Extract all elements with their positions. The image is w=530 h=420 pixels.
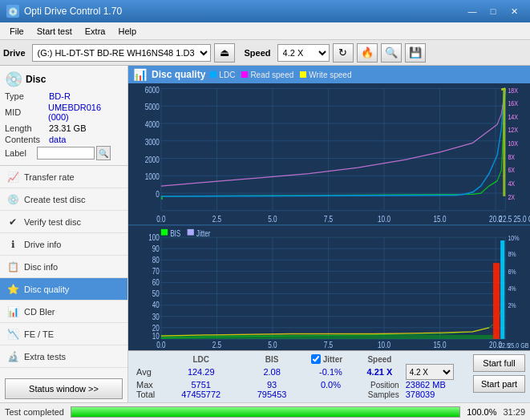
svg-rect-47	[188, 229, 194, 236]
label-button[interactable]: 🔍	[96, 146, 111, 160]
svg-text:10.0: 10.0	[378, 341, 390, 350]
close-button[interactable]: ✕	[504, 4, 524, 18]
svg-text:2X: 2X	[508, 193, 515, 201]
disc-header-text: Disc	[26, 74, 46, 85]
speed-select[interactable]: 4.2 X	[277, 44, 330, 62]
svg-text:22.5: 22.5	[499, 215, 512, 224]
status-text: Test completed	[5, 407, 64, 417]
svg-rect-83	[493, 263, 500, 339]
chart-header: 📊 Disc quality LDC Read speed Write spee…	[128, 66, 530, 83]
menu-bar: File Start test Extra Help	[0, 22, 530, 40]
create-disc-icon: 💿	[6, 193, 19, 206]
sidebar-nav: 📈 Transfer rate 💿 Create test disc ✔ Ver…	[0, 166, 127, 375]
nav-fe-te[interactable]: 📉 FE / TE	[0, 323, 127, 345]
jitter-header-cell: Jitter	[305, 354, 358, 364]
nav-cd-bler[interactable]: 📊 CD Bler	[0, 301, 127, 323]
svg-text:5000: 5000	[145, 103, 160, 111]
svg-rect-33	[161, 197, 163, 200]
save-button[interactable]: 💾	[405, 43, 426, 63]
nav-transfer-rate[interactable]: 📈 Transfer rate	[0, 166, 127, 188]
jitter-checkbox[interactable]	[311, 354, 321, 364]
disc-mid: UMEBDR016 (000)	[48, 103, 123, 122]
write-speed-legend-dot	[300, 71, 306, 78]
scan-button[interactable]: 🔍	[381, 43, 402, 63]
drive-select[interactable]: (G:) HL-DT-ST BD-RE WH16NS48 1.D3	[32, 44, 211, 62]
jitter-label: Jitter	[323, 355, 342, 364]
total-ldc: 47455772	[163, 390, 240, 399]
nav-disc-info-label: Disc info	[24, 262, 58, 272]
svg-text:14X: 14X	[508, 113, 518, 121]
chart-title: Disc quality	[152, 69, 205, 80]
svg-text:40: 40	[152, 301, 160, 310]
nav-cd-bler-label: CD Bler	[24, 307, 55, 317]
progress-bar	[71, 406, 460, 418]
svg-text:6%: 6%	[508, 268, 516, 276]
svg-text:25.0 GB: 25.0 GB	[514, 215, 530, 224]
content-area: 📊 Disc quality LDC Read speed Write spee…	[128, 66, 530, 402]
menu-start-test[interactable]: Start test	[30, 25, 79, 38]
mid-label: MID	[5, 107, 48, 117]
svg-text:25.0 GB: 25.0 GB	[508, 342, 528, 350]
svg-text:2000: 2000	[145, 155, 160, 164]
svg-text:6000: 6000	[145, 86, 160, 95]
avg-row-label: Avg	[133, 364, 163, 380]
window-controls: — □ ✕	[463, 4, 524, 18]
menu-extra[interactable]: Extra	[79, 25, 112, 38]
svg-text:2.5: 2.5	[212, 215, 221, 224]
nav-drive-info[interactable]: ℹ Drive info	[0, 233, 127, 256]
minimize-button[interactable]: —	[463, 4, 482, 18]
progress-percent: 100.0%	[467, 407, 496, 417]
menu-help[interactable]: Help	[111, 25, 143, 38]
burn-button[interactable]: 🔥	[357, 43, 378, 63]
read-speed-legend-dot	[241, 71, 248, 78]
ldc-legend-dot	[210, 71, 216, 78]
start-part-button[interactable]: Start part	[473, 375, 525, 393]
nav-extra-tests[interactable]: 🔬 Extra tests	[0, 345, 127, 368]
fe-te-icon: 📉	[6, 328, 19, 341]
svg-text:10%: 10%	[508, 234, 519, 242]
svg-text:4X: 4X	[508, 180, 515, 188]
menu-file[interactable]: File	[3, 25, 30, 38]
svg-text:50: 50	[152, 290, 160, 299]
total-bis: 795453	[240, 390, 305, 399]
nav-disc-quality[interactable]: ⭐ Disc quality	[0, 278, 127, 301]
stats-section: LDC BIS Jitter Speed	[128, 350, 530, 402]
drive-toolbar: Drive (G:) HL-DT-ST BD-RE WH16NS48 1.D3 …	[0, 40, 530, 66]
nav-fe-te-label: FE / TE	[24, 329, 54, 339]
speed-dropdown[interactable]: 4.2 X	[406, 364, 454, 380]
disc-length: 23.31 GB	[49, 123, 86, 133]
svg-text:60: 60	[152, 278, 160, 287]
nav-verify-test-disc[interactable]: ✔ Verify test disc	[0, 211, 127, 233]
nav-create-test-disc[interactable]: 💿 Create test disc	[0, 188, 127, 211]
charts-wrapper: 6000 5000 4000 3000 2000 1000 0 18X 16X …	[128, 83, 530, 350]
nav-disc-info[interactable]: 📋 Disc info	[0, 256, 127, 278]
svg-text:2.5: 2.5	[212, 341, 221, 350]
svg-text:4%: 4%	[508, 285, 516, 293]
eject-button[interactable]: ⏏	[214, 43, 235, 63]
disc-label-input[interactable]	[37, 147, 95, 160]
transfer-rate-icon: 📈	[6, 171, 19, 184]
svg-text:Jitter: Jitter	[196, 229, 211, 238]
samples-value: 378039	[403, 390, 467, 399]
speed-label: Speed	[245, 48, 271, 58]
status-window-button[interactable]: Status window >>	[5, 378, 123, 399]
svg-text:10.0: 10.0	[378, 215, 390, 224]
disc-info-panel: 💿 Disc Type BD-R MID UMEBDR016 (000) Len…	[0, 66, 127, 166]
maximize-button[interactable]: □	[483, 4, 503, 18]
type-label: Type	[5, 91, 49, 101]
start-full-button[interactable]: Start full	[473, 354, 525, 372]
avg-bis: 2.08	[240, 364, 305, 380]
svg-text:0.0: 0.0	[156, 215, 165, 224]
start-buttons: Start full Start part	[473, 354, 525, 393]
svg-text:10X: 10X	[508, 139, 518, 147]
length-label: Length	[5, 123, 49, 133]
drive-label: Drive	[3, 48, 26, 58]
position-value: 23862 MB	[403, 380, 467, 390]
app-icon: 💿	[6, 5, 19, 18]
refresh-button[interactable]: ↻	[333, 43, 354, 63]
ldc-col-header: LDC	[163, 354, 240, 364]
app-title: Opti Drive Control 1.70	[24, 6, 122, 17]
elapsed-time: 31:29	[503, 407, 525, 417]
bis-col-header: BIS	[240, 354, 305, 364]
progress-fill	[71, 407, 459, 417]
